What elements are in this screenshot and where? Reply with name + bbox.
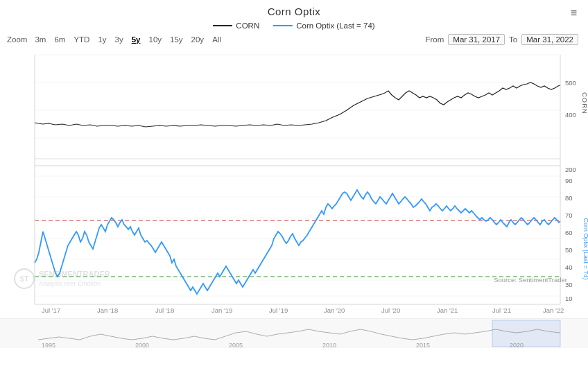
zoom-1y[interactable]: 1y — [94, 35, 110, 44]
legend-line-optix — [273, 25, 293, 26]
svg-text:2000: 2000 — [135, 342, 149, 348]
header: Corn Optix ≡ — [0, 0, 588, 20]
svg-text:60: 60 — [565, 229, 573, 236]
chart-area: 500 400 200 90 80 70 60 50 40 30 10 CORN… — [0, 48, 588, 318]
svg-text:400: 400 — [565, 111, 576, 119]
svg-text:80: 80 — [565, 194, 573, 202]
svg-text:200: 200 — [565, 166, 576, 173]
legend: CORN Corn Optix (Last = 74) — [0, 20, 588, 33]
svg-text:Jan '19: Jan '19 — [211, 306, 232, 314]
legend-label-corn: CORN — [236, 21, 259, 30]
svg-text:Jul '17: Jul '17 — [42, 306, 60, 314]
menu-icon[interactable]: ≡ — [571, 7, 577, 19]
svg-text:Corn Optix (Last = 74): Corn Optix (Last = 74) — [582, 218, 588, 280]
from-date[interactable]: Mar 31, 2017 — [448, 34, 505, 45]
app: Corn Optix ≡ CORN Corn Optix (Last = 74)… — [0, 0, 588, 373]
svg-text:50: 50 — [565, 246, 573, 254]
svg-text:Jan '18: Jan '18 — [97, 306, 118, 314]
svg-text:Jul '20: Jul '20 — [381, 306, 400, 314]
svg-text:2020: 2020 — [510, 342, 524, 348]
from-label: From — [425, 35, 444, 44]
legend-optix: Corn Optix (Last = 74) — [273, 21, 374, 30]
zoom-label: Zoom — [7, 35, 27, 44]
svg-text:Jan '20: Jan '20 — [324, 306, 345, 314]
page-title: Corn Optix — [268, 6, 321, 17]
svg-rect-43 — [492, 320, 560, 347]
legend-line-corn — [213, 25, 232, 26]
zoom-10y[interactable]: 10y — [145, 35, 165, 44]
watermark: ST SENTIMENTRADER Analysis over Emotion — [14, 268, 110, 289]
svg-text:1995: 1995 — [42, 342, 55, 348]
zoom-15y[interactable]: 15y — [166, 35, 187, 44]
date-range: From Mar 31, 2017 To Mar 31, 2022 — [425, 34, 578, 45]
zoom-3y[interactable]: 3y — [112, 35, 127, 44]
source-label: Source: SentimentTrader — [494, 276, 567, 284]
svg-text:500: 500 — [565, 79, 576, 87]
svg-text:2005: 2005 — [229, 342, 243, 348]
svg-text:Jul '19: Jul '19 — [269, 306, 288, 314]
legend-corn: CORN — [213, 21, 259, 30]
svg-text:Jul '21: Jul '21 — [492, 306, 511, 314]
mini-chart-svg: 1995 2000 2005 2010 2015 2020 — [0, 319, 588, 348]
svg-text:70: 70 — [565, 211, 573, 219]
watermark-text: SENTIMENTRADER Analysis over Emotion — [39, 269, 110, 288]
svg-text:2015: 2015 — [416, 342, 430, 348]
to-label: To — [509, 35, 517, 44]
legend-label-optix: Corn Optix (Last = 74) — [296, 21, 374, 30]
zoom-5y[interactable]: 5y — [128, 35, 144, 44]
svg-text:Jan '22: Jan '22 — [543, 306, 564, 314]
svg-text:CORN: CORN — [581, 92, 588, 114]
zoom-3m[interactable]: 3m — [31, 35, 49, 44]
zoom-ytd[interactable]: YTD — [70, 35, 93, 44]
svg-text:Jul '18: Jul '18 — [155, 306, 174, 314]
svg-text:40: 40 — [565, 263, 573, 271]
mini-chart-area: 1995 2000 2005 2010 2015 2020 — [0, 318, 588, 354]
controls: Zoom 3m 6m YTD 1y 3y 5y 10y 15y 20y All … — [0, 33, 588, 46]
svg-text:2010: 2010 — [322, 342, 336, 348]
svg-text:Jan '21: Jan '21 — [437, 306, 458, 314]
zoom-6m[interactable]: 6m — [51, 35, 69, 44]
svg-text:90: 90 — [565, 177, 573, 184]
to-date[interactable]: Mar 31, 2022 — [521, 34, 578, 45]
svg-text:10: 10 — [565, 295, 573, 302]
zoom-controls: Zoom 3m 6m YTD 1y 3y 5y 10y 15y 20y All — [7, 35, 225, 44]
zoom-all[interactable]: All — [209, 35, 225, 44]
zoom-20y[interactable]: 20y — [188, 35, 208, 44]
watermark-logo: ST — [14, 268, 35, 289]
